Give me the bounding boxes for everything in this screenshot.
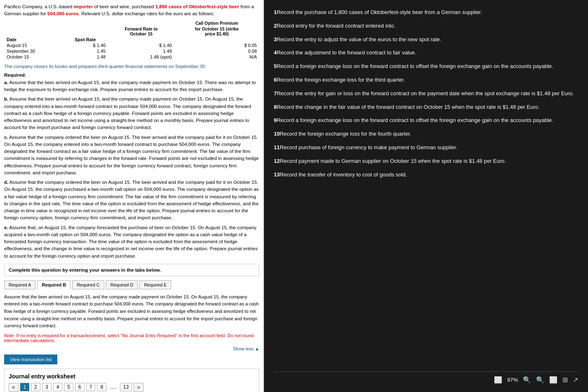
tab-required-c[interactable]: Required C	[72, 280, 104, 289]
page-1[interactable]: 1	[20, 383, 30, 391]
zoom-out-icon[interactable]: 🔍	[523, 376, 531, 384]
right-item-8: 8Record the change in the fair value of …	[274, 103, 578, 112]
page-5[interactable]: 5	[64, 383, 73, 391]
item-text-5: Record a foreign exchange loss on the fo…	[277, 63, 553, 69]
page-8[interactable]: 8	[97, 383, 106, 391]
right-item-12: 12Record payment made to German supplier…	[274, 157, 578, 166]
expand-icon[interactable]: ↗	[573, 376, 578, 384]
date-aug15: August 15	[4, 42, 63, 48]
tab-required-b[interactable]: Required B	[37, 280, 71, 289]
forward-oct15: 1.48 (spot)	[108, 54, 174, 60]
item-text-2: Record entry for the forward contract en…	[277, 23, 395, 29]
right-item-9: 9Record a foreign exchange loss on the f…	[274, 116, 578, 125]
item-text-3: Record the entry to adjust the value of …	[277, 36, 441, 42]
highlight-euros: 504,000 euros	[47, 11, 79, 16]
forward-sep30: 1.49	[108, 48, 174, 54]
tab-required-d[interactable]: Required D	[106, 280, 138, 289]
next-page-button[interactable]: >	[134, 383, 143, 392]
left-panel: Pacifico Company, a U.S.-based importer …	[0, 0, 264, 392]
journal-title: Journal entry worksheet	[9, 373, 255, 380]
show-less-link[interactable]: Show less ▲	[4, 346, 259, 351]
item-num-10: 10	[274, 131, 280, 137]
spot-oct15: 1.48	[63, 54, 108, 60]
page-7[interactable]: 7	[86, 383, 96, 391]
right-item-11: 11Record purchase of foreign currency to…	[274, 143, 578, 152]
page-13[interactable]: 13	[120, 383, 132, 391]
monitor-icon[interactable]: ⬜	[494, 376, 502, 384]
req-e: e. Assume that, on August 15, the compan…	[4, 224, 259, 260]
complete-box: Complete this question by entering your …	[4, 264, 259, 276]
highlight-cases: 1,800 cases of Oktoberfest-style beer	[155, 4, 239, 9]
page-4[interactable]: 4	[53, 383, 63, 391]
page-2[interactable]: 2	[31, 383, 40, 391]
option-oct15: N/A	[174, 54, 259, 60]
right-item-10: 10Record the foreign exchange loss for t…	[274, 130, 578, 138]
right-item-3: 3Record the entry to adjust the value of…	[274, 35, 578, 44]
tab-required-a[interactable]: Required A	[4, 280, 35, 289]
right-item-4: 4Record the adjustment to the forward co…	[274, 49, 578, 57]
date-oct15: October 15	[4, 54, 63, 60]
required-label: Required:	[4, 73, 259, 77]
prev-page-button[interactable]: <	[9, 383, 19, 392]
exchange-rate-table: Call Option Premium Forward Rate toOctob…	[4, 20, 259, 60]
forward-aug15: $ 1.40	[108, 42, 174, 48]
spot-sep30: 1.45	[63, 48, 108, 54]
highlight-importer: importer	[74, 4, 93, 9]
right-item-7: 7Record the entry for gain or loss on th…	[274, 89, 578, 98]
page-ellipsis: .....	[108, 383, 118, 391]
req-c: c. Assume that the company ordered the b…	[4, 134, 259, 177]
right-item-1: 1Record the purchase of 1,800 cases of O…	[274, 8, 578, 17]
grid-icon[interactable]: ⊞	[562, 376, 568, 384]
right-item-5: 5Record a foreign exchange loss on the f…	[274, 62, 578, 71]
right-footer: ⬜ 97% 🔍 🔍 ⬜ ⊞ ↗	[274, 371, 578, 384]
req-d: d. Assume that the company ordered the b…	[4, 179, 259, 222]
item-text-13: Record the transfer of inventory to cost…	[280, 171, 407, 178]
journal-entry-worksheet: Journal entry worksheet < 1 2 3 4 5 6 7 …	[4, 369, 259, 392]
view-transaction-button[interactable]: View transaction list	[4, 354, 57, 364]
intro-paragraph: Pacifico Company, a U.S.-based importer …	[4, 3, 259, 18]
item-text-11: Record purchase of foreign currency to m…	[280, 144, 457, 150]
page-6[interactable]: 6	[75, 383, 85, 391]
item-text-8: Record the change in the fair value of t…	[277, 104, 539, 110]
item-num-12: 12	[274, 158, 280, 164]
page-3[interactable]: 3	[42, 383, 52, 391]
spot-aug15: $ 1.40	[63, 42, 108, 48]
item-text-6: Record the foreign exchange loss for the…	[277, 77, 405, 83]
right-item-6: 6Record the foreign exchange loss for th…	[274, 76, 578, 85]
right-item-13: 13Record the transfer of inventory to co…	[274, 171, 578, 179]
item-text-1: Record the purchase of 1,800 cases of Ok…	[277, 9, 482, 15]
right-content: 1Record the purchase of 1,800 cases of O…	[274, 8, 578, 371]
item-text-9: Record a foreign exchange loss on the fo…	[277, 117, 553, 123]
item-num-13: 13	[274, 171, 280, 178]
item-text-10: Record the foreign exchange loss for the…	[280, 131, 411, 137]
tab-required-e[interactable]: Required E	[139, 280, 171, 289]
tabs-row: Required A Required B Required C Require…	[4, 280, 259, 289]
fit-icon[interactable]: ⬜	[549, 376, 557, 384]
closing-text: The company closes its books and prepare…	[4, 63, 259, 70]
right-panel: 1Record the purchase of 1,800 cases of O…	[264, 0, 588, 392]
zoom-level: 97%	[507, 377, 518, 383]
zoom-in-icon[interactable]: 🔍	[536, 376, 544, 384]
item-text-4: Record the adjustment to the forward con…	[277, 49, 416, 56]
option-sep30: 0.08	[174, 48, 259, 54]
requirements-list: a. Assume that the beer arrived on Augus…	[4, 79, 259, 260]
date-sep30: September 30	[4, 48, 63, 54]
right-item-2: 2Record entry for the forward contract e…	[274, 22, 578, 31]
option-aug15: $ 0.05	[174, 42, 259, 48]
page-navigation: < 1 2 3 4 5 6 7 8 ..... 13 >	[9, 383, 255, 392]
item-text-12: Record payment made to German supplier o…	[280, 158, 506, 164]
item-text-7: Record the entry for gain or loss on the…	[277, 90, 574, 96]
req-a: a. Assume that the beer arrived on Augus…	[4, 79, 259, 94]
note-text: Note: If no entry is required for a tran…	[4, 333, 259, 343]
req-b: b. Assume that the beer arrived on Augus…	[4, 96, 259, 131]
problem-description: Assume that the beer arrived on August 1…	[4, 293, 259, 330]
item-num-11: 11	[274, 144, 280, 150]
